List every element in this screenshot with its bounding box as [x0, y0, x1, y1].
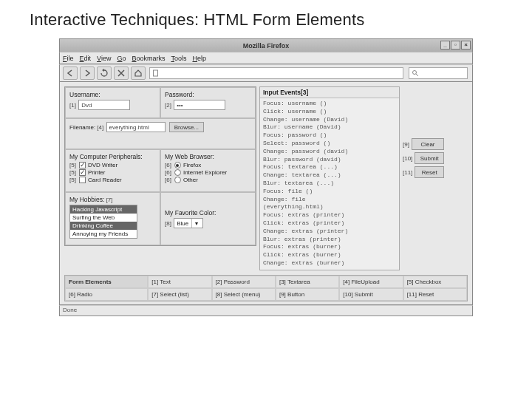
hobbies-tag: [7] — [106, 197, 113, 203]
menu-view[interactable]: View — [97, 55, 111, 62]
radio-tag: [6] — [165, 169, 171, 176]
svg-rect-0 — [154, 70, 158, 76]
status-bar: Done — [59, 305, 473, 316]
radio-label: Firefox — [183, 162, 201, 168]
clear-button[interactable]: Clear — [412, 138, 444, 150]
list-item[interactable]: Annoying my Friends — [70, 230, 137, 238]
checkbox-row: [5] Card Reader — [69, 177, 156, 183]
legend-item: [7] Select (list) — [148, 288, 211, 301]
favcolor-label: My Favorite Color: — [165, 209, 251, 216]
window-maximize-button[interactable]: ▫ — [451, 41, 460, 50]
radio-other[interactable] — [174, 177, 181, 183]
search-icon — [412, 69, 419, 77]
reload-button[interactable] — [97, 66, 112, 80]
radio-tag: [6] — [165, 162, 171, 168]
filename-input[interactable]: everything.html — [106, 122, 166, 132]
legend-item: [10] Submit — [339, 288, 403, 301]
username-label: Username: — [69, 91, 156, 98]
legend-item: [3] Textarea — [276, 276, 339, 288]
reset-tag: [11] — [403, 169, 412, 176]
legend-header: Form Elements — [65, 276, 148, 288]
checkbox-cardreader[interactable] — [79, 177, 86, 183]
reset-button[interactable]: Reset — [415, 166, 444, 178]
checkbox-dvdwriter[interactable] — [79, 162, 86, 168]
menu-file[interactable]: File — [63, 55, 74, 62]
username-input[interactable]: Dvd — [78, 100, 130, 110]
favcolor-select[interactable]: Blue ▾ — [174, 218, 203, 228]
hobbies-listbox[interactable]: Hacking Javascript Surfing the Web Drink… — [69, 205, 137, 239]
forward-icon — [83, 69, 92, 78]
browser-label: My Web Browser: — [165, 153, 251, 160]
window-title: Mozilla Firefox — [243, 42, 290, 50]
search-bar[interactable] — [409, 67, 468, 79]
password-input[interactable]: ••• — [174, 100, 225, 110]
clear-tag: [9] — [403, 141, 409, 148]
browser-window: Mozilla Firefox _ ▫ × File Edit View Go … — [59, 38, 473, 316]
chk-label: Card Reader — [88, 177, 122, 183]
legend-item: [4] FileUpload — [339, 276, 403, 288]
chevron-down-icon: ▾ — [191, 219, 200, 228]
reload-icon — [100, 69, 109, 78]
submit-button[interactable]: Submit — [415, 152, 444, 164]
svg-line-2 — [416, 74, 418, 76]
page-content: Username: [1] Dvd Password: [2] ••• File… — [59, 82, 473, 305]
username-tag: [1] — [69, 102, 76, 109]
home-icon — [134, 69, 143, 78]
legend-item: [1] Text — [148, 276, 211, 288]
svg-point-1 — [413, 71, 417, 75]
radio-label: Other — [183, 177, 198, 183]
radio-ie[interactable] — [174, 169, 181, 176]
stop-icon — [117, 69, 126, 78]
legend-item: [2] Password — [212, 276, 276, 288]
event-log-header: Input Events[3] — [260, 87, 399, 98]
status-text: Done — [63, 307, 77, 313]
page-icon — [152, 69, 160, 77]
menu-tools[interactable]: Tools — [171, 55, 186, 62]
event-log-body[interactable]: Focus: username () Click: username () Ch… — [260, 98, 399, 270]
legend-item: [5] Checkbox — [403, 276, 467, 288]
menu-edit[interactable]: Edit — [80, 55, 92, 62]
radio-row: [6] Other — [165, 177, 251, 183]
list-item[interactable]: Drinking Coffee — [70, 222, 137, 230]
peripherals-label: My Computer Peripherals: — [69, 153, 156, 160]
menu-go[interactable]: Go — [117, 55, 126, 62]
form-table: Username: [1] Dvd Password: [2] ••• File… — [64, 86, 256, 246]
checkbox-printer[interactable] — [79, 169, 86, 176]
cell-browser: My Web Browser: [6] Firefox [6] Internet… — [160, 149, 256, 192]
stop-button[interactable] — [114, 66, 129, 80]
radio-tag: [6] — [165, 177, 171, 183]
checkbox-row: [5] Printer — [69, 169, 156, 176]
radio-row: [6] Internet Explorer — [165, 169, 251, 176]
menu-bookmarks[interactable]: Bookmarks — [132, 55, 165, 62]
slide-title: Interactive Techniques: HTML Form Elemen… — [0, 0, 532, 38]
favcolor-value: Blue — [177, 220, 188, 227]
legend-item: [6] Radio — [65, 288, 148, 301]
address-bar[interactable] — [149, 67, 403, 79]
list-item[interactable]: Hacking Javascript — [70, 205, 137, 214]
cell-filename: Filename: [4] everything.html Browse... — [65, 118, 256, 149]
favcolor-tag: [8] — [165, 220, 171, 227]
forward-button[interactable] — [80, 66, 95, 80]
legend-item: [8] Select (menu) — [212, 288, 276, 301]
back-button[interactable] — [63, 66, 78, 80]
hobbies-label: My Hobbies: — [69, 196, 104, 203]
home-button[interactable] — [131, 66, 146, 80]
browse-button[interactable]: Browse... — [169, 122, 204, 132]
menu-bar: File Edit View Go Bookmarks Tools Help — [59, 52, 473, 64]
window-titlebar: Mozilla Firefox _ ▫ × — [59, 38, 473, 52]
legend-item: [9] Button — [276, 288, 339, 301]
filename-tag: [4] — [97, 124, 103, 131]
password-label: Password: — [165, 91, 251, 98]
submit-tag: [10] — [403, 155, 412, 162]
cell-hobbies: My Hobbies: [7] Hacking Javascript Surfi… — [65, 192, 160, 245]
list-item[interactable]: Surfing the Web — [70, 214, 137, 222]
menu-help[interactable]: Help — [192, 55, 206, 62]
radio-firefox[interactable] — [174, 162, 181, 168]
radio-label: Internet Explorer — [183, 169, 227, 176]
window-minimize-button[interactable]: _ — [440, 41, 450, 50]
filename-label: Filename: — [69, 124, 95, 131]
cell-username: Username: [1] Dvd — [65, 87, 160, 118]
cell-password: Password: [2] ••• — [160, 87, 256, 118]
checkbox-row: [5] DVD Writer — [69, 162, 156, 168]
window-close-button[interactable]: × — [461, 41, 471, 50]
